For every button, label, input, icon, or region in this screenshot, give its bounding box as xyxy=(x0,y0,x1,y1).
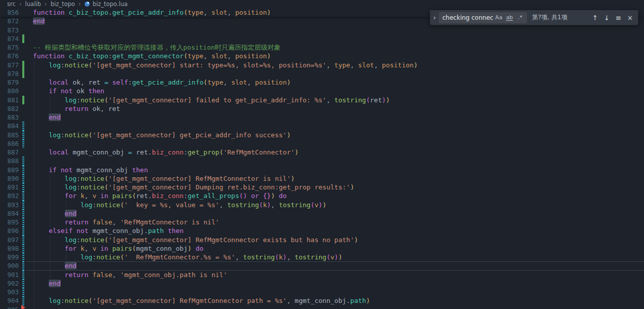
code-line-text[interactable]: for k, v in pairs(ret.biz_conn:get_all_p… xyxy=(28,191,644,200)
find-next-button[interactable]: ↓ xyxy=(601,12,613,23)
line-number[interactable]: 873 xyxy=(7,26,19,34)
line-number[interactable]: 879 xyxy=(7,78,19,87)
code-line[interactable]: 877log:notice('[get_mgmt_connector] star… xyxy=(0,61,644,69)
code-line[interactable]: 902end xyxy=(0,279,644,288)
code-line-text[interactable] xyxy=(28,26,644,34)
line-number[interactable]: 894 xyxy=(7,209,19,218)
match-case-button[interactable]: Aa xyxy=(494,13,504,22)
toggle-replace-chevron-icon[interactable]: › xyxy=(430,14,439,21)
line-number[interactable]: 876 xyxy=(7,52,19,60)
code-line[interactable]: 901return false, 'mgmt_conn_obj.path is … xyxy=(0,271,644,279)
code-line-text[interactable] xyxy=(28,139,644,148)
line-number[interactable]: 904 xyxy=(7,296,19,305)
line-number[interactable]: 877 xyxy=(7,61,19,69)
code-line[interactable]: 905 xyxy=(0,305,644,309)
code-line-text[interactable]: end xyxy=(28,279,644,288)
code-line[interactable]: 887local mgmt_conn_obj = ret.biz_conn:ge… xyxy=(0,148,644,157)
code-line-text[interactable]: -- 根据类型和槽位号获取对应的管理连接器，传入position时只遍历指定层级… xyxy=(28,43,644,52)
line-number[interactable]: 872 xyxy=(7,17,19,25)
line-number[interactable]: 874 xyxy=(7,34,19,43)
line-number[interactable]: 881 xyxy=(7,96,19,104)
code-line-text[interactable] xyxy=(28,305,644,309)
code-line[interactable]: 889if not mgmt_conn_obj then xyxy=(0,166,644,174)
line-number[interactable]: 890 xyxy=(7,174,19,183)
line-number[interactable]: 901 xyxy=(7,271,19,279)
line-number[interactable]: 889 xyxy=(7,166,19,174)
find-input[interactable]: checking connecti Aa ab .* xyxy=(439,12,527,23)
code-line-text[interactable]: function c_biz_topo:get_mgmt_connector(t… xyxy=(28,52,644,60)
code-line[interactable]: 888 xyxy=(0,157,644,165)
code-line[interactable]: 894end xyxy=(0,209,644,218)
line-number[interactable]: 891 xyxy=(7,183,19,191)
code-line-text[interactable]: return false, 'mgmt_conn_obj.path is nil… xyxy=(28,271,644,279)
code-line-text[interactable]: return false, 'RefMgmtConnector is nil' xyxy=(28,218,644,226)
code-line[interactable]: 898for k, v in pairs(mgmt_conn_obj) do xyxy=(0,244,644,253)
code-line[interactable]: 904log:notice('[get_mgmt_connector] RefM… xyxy=(0,296,644,305)
line-number[interactable]: 903 xyxy=(7,288,19,296)
whole-word-button[interactable]: ab xyxy=(504,13,515,22)
line-number[interactable]: 898 xyxy=(7,244,19,253)
code-line-text[interactable]: return ok, ret xyxy=(28,104,644,113)
breadcrumb-item-file[interactable]: biz_topo.lua xyxy=(85,1,128,8)
code-line[interactable]: 881log:notice('[get_mgmt_connector] fail… xyxy=(0,96,644,104)
code-line-text[interactable]: local mgmt_conn_obj = ret.biz_conn:get_p… xyxy=(28,148,644,157)
find-close-button[interactable]: × xyxy=(624,12,636,23)
code-line-text[interactable] xyxy=(28,69,644,78)
regex-button[interactable]: .* xyxy=(515,13,525,22)
code-line[interactable]: 891log:notice('[get_mgmt_connector] Dump… xyxy=(0,183,644,191)
code-line[interactable]: 880if not ok then xyxy=(0,87,644,95)
code-line-text[interactable]: if not ok then xyxy=(28,87,644,95)
code-line-text[interactable]: end xyxy=(28,113,644,122)
code-line-text[interactable]: if not mgmt_conn_obj then xyxy=(28,166,644,174)
line-number[interactable]: 878 xyxy=(7,69,19,78)
code-line-text[interactable]: log:notice('[get_mgmt_connector] RefMgmt… xyxy=(28,236,644,244)
code-line[interactable]: 890log:notice('[get_mgmt_connector] RefM… xyxy=(0,174,644,183)
code-line[interactable]: 893log:notice(' key = %s, value = %s', t… xyxy=(0,201,644,209)
code-line[interactable]: 883end xyxy=(0,113,644,122)
code-line-text[interactable]: log:notice('[get_mgmt_connector] failed … xyxy=(28,96,644,104)
code-line[interactable]: 879local ok, ret = self:get_pcie_addr_in… xyxy=(0,78,644,87)
code-line-text[interactable]: log:notice('[get_mgmt_connector] RefMgmt… xyxy=(28,174,644,183)
code-line[interactable]: 897log:notice('[get_mgmt_connector] RefM… xyxy=(0,236,644,244)
code-line-text[interactable] xyxy=(28,122,644,130)
code-line-text[interactable]: log:notice(' RefMgmtConnector.%s = %s', … xyxy=(28,253,644,261)
code-line-text[interactable] xyxy=(28,288,644,296)
line-number[interactable]: 882 xyxy=(7,104,19,113)
breadcrumb-item-src[interactable]: src xyxy=(7,1,16,8)
code-line[interactable]: 873 xyxy=(0,26,644,34)
line-number[interactable]: 887 xyxy=(7,148,19,157)
line-number[interactable]: 900 xyxy=(7,261,19,270)
code-line-text[interactable]: log:notice('[get_mgmt_connector] RefMgmt… xyxy=(28,296,644,305)
code-line[interactable]: 895return false, 'RefMgmtConnector is ni… xyxy=(0,218,644,226)
code-line-text[interactable]: log:notice('[get_mgmt_connector] get_pci… xyxy=(28,131,644,139)
code-line-text[interactable]: log:notice('[get_mgmt_connector] Dumping… xyxy=(28,183,644,191)
code-line[interactable]: 892for k, v in pairs(ret.biz_conn:get_al… xyxy=(0,191,644,200)
line-number[interactable]: 897 xyxy=(7,236,19,244)
code-line-text[interactable]: log:notice(' key = %s, value = %s', tost… xyxy=(28,201,644,209)
code-line-text[interactable]: end xyxy=(28,261,644,270)
line-number[interactable]: 902 xyxy=(7,279,19,288)
line-number[interactable]: 886 xyxy=(7,139,19,148)
line-number[interactable]: 905 xyxy=(7,305,19,309)
line-number[interactable]: 896 xyxy=(7,226,19,235)
find-query-text[interactable]: checking connecti xyxy=(442,14,494,21)
code-line[interactable]: 903 xyxy=(0,288,644,296)
code-line[interactable]: 896elseif not mgmt_conn_obj.path then xyxy=(0,226,644,235)
code-line[interactable]: 899log:notice(' RefMgmtConnector.%s = %s… xyxy=(0,253,644,261)
line-number[interactable]: 884 xyxy=(7,122,19,130)
code-line[interactable]: 885log:notice('[get_mgmt_connector] get_… xyxy=(0,131,644,139)
code-line[interactable]: 882return ok, ret xyxy=(0,104,644,113)
code-line[interactable]: 876function c_biz_topo:get_mgmt_connecto… xyxy=(0,52,644,60)
line-number[interactable]: 880 xyxy=(7,87,19,95)
line-number[interactable]: 893 xyxy=(7,201,19,209)
code-line[interactable]: 875-- 根据类型和槽位号获取对应的管理连接器，传入position时只遍历指… xyxy=(0,43,644,52)
code-line-text[interactable]: log:notice('[get_mgmt_connector] start: … xyxy=(28,61,644,69)
line-number[interactable]: 885 xyxy=(7,131,19,139)
line-number[interactable]: 883 xyxy=(7,113,19,122)
code-line[interactable]: 874 xyxy=(0,34,644,43)
code-line[interactable]: 886 xyxy=(0,139,644,148)
breadcrumb-item-lualib[interactable]: lualib xyxy=(25,1,41,8)
line-number[interactable]: 895 xyxy=(7,218,19,226)
line-number[interactable]: 888 xyxy=(7,157,19,165)
code-line-text[interactable]: for k, v in pairs(mgmt_conn_obj) do xyxy=(28,244,644,253)
